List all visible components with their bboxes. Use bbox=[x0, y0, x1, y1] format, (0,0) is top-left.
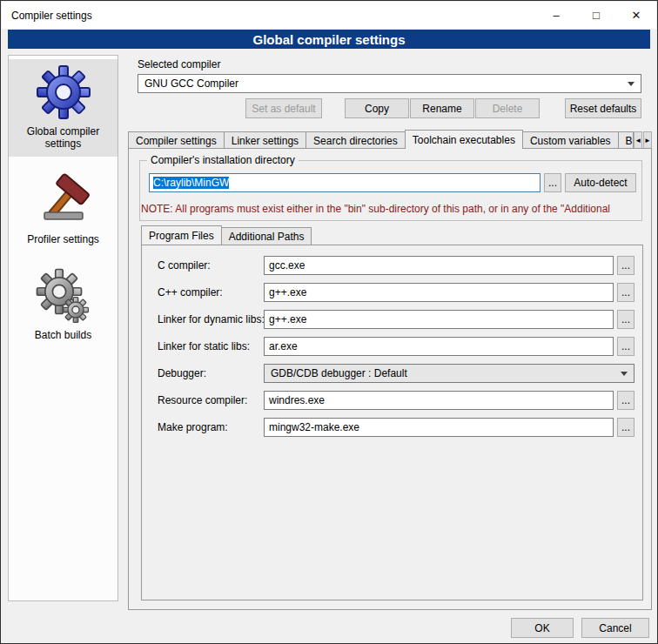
auto-detect-button[interactable]: Auto-detect bbox=[565, 173, 636, 192]
chevron-down-icon bbox=[628, 82, 634, 86]
debugger-label: Debugger: bbox=[158, 364, 206, 383]
linker-static-input[interactable] bbox=[264, 337, 614, 356]
debugger-select-value: GDB/CDB debugger : Default bbox=[271, 367, 407, 379]
resource-compiler-input[interactable] bbox=[264, 391, 614, 410]
tab-scroll-left-icon[interactable]: ◄ bbox=[634, 131, 642, 149]
installation-directory-value: C:\raylib\MinGW bbox=[153, 177, 229, 189]
linker-dynamic-browse-button[interactable]: ... bbox=[617, 310, 634, 329]
program-files-panel: C compiler: ... C++ compiler: ... Linker… bbox=[141, 245, 643, 600]
chevron-down-icon bbox=[621, 372, 628, 376]
settings-tabstrip: Compiler settings Linker settings Search… bbox=[128, 130, 652, 149]
linker-dynamic-input[interactable] bbox=[264, 310, 614, 329]
installation-directory-browse-button[interactable]: ... bbox=[544, 173, 561, 192]
sidebar-item-global-compiler-settings[interactable]: Global compiler settings bbox=[9, 59, 118, 157]
make-program-input[interactable] bbox=[264, 418, 614, 437]
cpp-compiler-browse-button[interactable]: ... bbox=[617, 283, 634, 302]
toolchain-executables-panel: Compiler's installation directory C:\ray… bbox=[128, 148, 652, 610]
subtab-additional-paths[interactable]: Additional Paths bbox=[221, 227, 312, 245]
ok-button[interactable]: OK bbox=[511, 618, 574, 638]
window-controls: – □ ✕ bbox=[536, 2, 656, 29]
selected-compiler-label: Selected compiler bbox=[138, 58, 220, 70]
make-program-browse-button[interactable]: ... bbox=[617, 418, 634, 437]
close-icon[interactable]: ✕ bbox=[616, 2, 656, 29]
reset-defaults-button[interactable]: Reset defaults bbox=[565, 98, 641, 118]
maximize-icon[interactable]: □ bbox=[576, 2, 616, 29]
compiler-select[interactable]: GNU GCC Compiler bbox=[138, 74, 641, 93]
c-compiler-input[interactable] bbox=[264, 256, 614, 275]
profiler-tools-icon bbox=[36, 172, 91, 228]
delete-button[interactable]: Delete bbox=[475, 98, 540, 118]
tab-toolchain-executables[interactable]: Toolchain executables bbox=[405, 130, 523, 149]
installation-directory-input[interactable]: C:\raylib\MinGW bbox=[149, 173, 540, 192]
compiler-select-value: GNU GCC Compiler bbox=[144, 77, 238, 90]
sidebar-item-batch-builds[interactable]: Batch builds bbox=[9, 263, 118, 348]
subtab-program-files[interactable]: Program Files bbox=[141, 225, 222, 245]
window-title: Compiler settings bbox=[2, 10, 92, 22]
dialog-header: Global compiler settings bbox=[8, 30, 650, 49]
sidebar-item-label: Profiler settings bbox=[27, 233, 99, 245]
linker-dynamic-label: Linker for dynamic libs: bbox=[158, 310, 265, 329]
tab-custom-variables[interactable]: Custom variables bbox=[522, 131, 619, 149]
tab-compiler-settings[interactable]: Compiler settings bbox=[128, 131, 225, 149]
tab-linker-settings[interactable]: Linker settings bbox=[224, 131, 306, 149]
settings-category-list: Global compiler settings Profiler settin… bbox=[8, 55, 118, 601]
copy-button[interactable]: Copy bbox=[345, 98, 409, 118]
sidebar-item-label: Global compiler settings bbox=[11, 125, 115, 150]
sidebar-item-profiler-settings[interactable]: Profiler settings bbox=[9, 167, 118, 252]
tab-build-clipped[interactable]: Buil bbox=[618, 131, 634, 149]
linker-static-browse-button[interactable]: ... bbox=[617, 337, 634, 356]
tab-search-directories[interactable]: Search directories bbox=[306, 131, 406, 149]
minimize-icon[interactable]: – bbox=[536, 2, 576, 29]
debugger-select[interactable]: GDB/CDB debugger : Default bbox=[264, 364, 634, 383]
installation-directory-note: NOTE: All programs must exist either in … bbox=[141, 203, 651, 215]
c-compiler-browse-button[interactable]: ... bbox=[617, 256, 634, 275]
window-frame: Compiler settings – □ ✕ Global compiler … bbox=[0, 0, 658, 644]
blue-gear-icon bbox=[36, 64, 91, 120]
linker-static-label: Linker for static libs: bbox=[158, 337, 250, 356]
resource-compiler-browse-button[interactable]: ... bbox=[617, 391, 634, 410]
c-compiler-label: C compiler: bbox=[158, 256, 211, 275]
cpp-compiler-input[interactable] bbox=[264, 283, 614, 302]
installation-directory-group-title: Compiler's installation directory bbox=[147, 154, 299, 166]
sidebar-item-label: Batch builds bbox=[35, 329, 91, 341]
titlebar: Compiler settings – □ ✕ bbox=[2, 2, 656, 29]
program-files-tabstrip: Program Files Additional Paths bbox=[141, 226, 311, 245]
gray-gears-icon bbox=[36, 268, 91, 324]
rename-button[interactable]: Rename bbox=[410, 98, 474, 118]
set-as-default-button[interactable]: Set as default bbox=[245, 98, 322, 118]
resource-compiler-label: Resource compiler: bbox=[158, 391, 247, 410]
cancel-button[interactable]: Cancel bbox=[581, 618, 649, 638]
tab-scroll-right-icon[interactable]: ► bbox=[643, 131, 652, 149]
make-program-label: Make program: bbox=[158, 418, 228, 437]
cpp-compiler-label: C++ compiler: bbox=[158, 283, 223, 302]
